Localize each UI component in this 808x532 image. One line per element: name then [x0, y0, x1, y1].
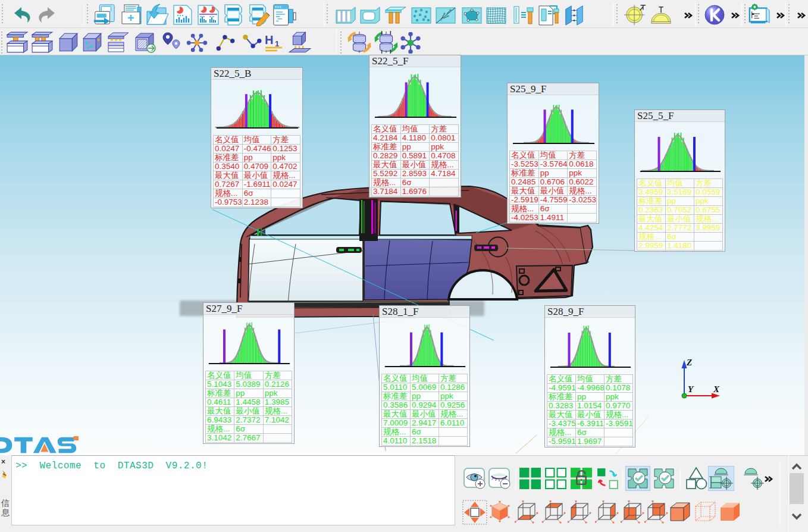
svg-text:Z: Z	[686, 358, 692, 367]
svg-text:Y: Y	[688, 384, 694, 394]
svg-text:H: H	[265, 33, 273, 46]
svg-text:X: X	[713, 384, 720, 394]
